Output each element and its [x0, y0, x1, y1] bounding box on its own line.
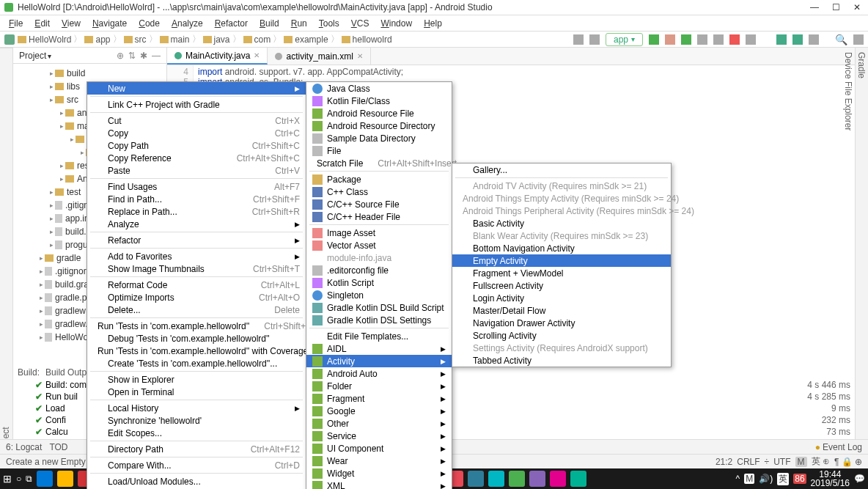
- crumb-app[interactable]: app: [95, 34, 110, 45]
- running7-icon[interactable]: [550, 471, 566, 487]
- tray-up-icon[interactable]: ^: [736, 474, 740, 484]
- menu-item[interactable]: Singleton: [306, 289, 452, 301]
- explorer-icon[interactable]: [57, 471, 73, 487]
- taskview-icon[interactable]: ⧉: [26, 474, 32, 484]
- running6-icon[interactable]: [529, 471, 545, 487]
- crumb-HelloWolrd[interactable]: HelloWolrd: [29, 34, 71, 45]
- menu-item[interactable]: Kotlin File/Class: [306, 95, 452, 107]
- running3-icon[interactable]: [468, 471, 484, 487]
- menu-edit[interactable]: Edit: [30, 17, 54, 30]
- menu-item[interactable]: Google▶: [306, 405, 452, 417]
- menu-item[interactable]: Scratch FileCtrl+Alt+Shift+Insert: [306, 157, 452, 169]
- profile-button[interactable]: [697, 34, 707, 45]
- menu-item[interactable]: Optimize ImportsCtrl+Alt+O: [87, 291, 306, 304]
- menu-item[interactable]: Copy ReferenceCtrl+Alt+Shift+C: [87, 152, 306, 164]
- menu-item[interactable]: Reformat CodeCtrl+Alt+L: [87, 279, 306, 291]
- menu-code[interactable]: Code: [134, 17, 164, 30]
- menu-tools[interactable]: Tools: [315, 17, 344, 30]
- menu-refactor[interactable]: Refactor: [210, 17, 252, 30]
- close-tab-icon[interactable]: ✕: [357, 52, 363, 60]
- menu-item[interactable]: Copy PathCtrl+Shift+C: [87, 139, 306, 152]
- notif-icon[interactable]: 💬: [854, 474, 865, 484]
- crumb-hellowolrd[interactable]: hellowolrd: [353, 34, 392, 45]
- menu-build[interactable]: Build: [255, 17, 284, 30]
- menu-item[interactable]: C++ Class: [306, 185, 452, 198]
- menu-item[interactable]: Show in Explorer: [87, 373, 306, 386]
- menu-item[interactable]: Package: [306, 173, 452, 185]
- menu-analyze[interactable]: Analyze: [167, 17, 207, 30]
- clock[interactable]: 19:44 2019/5/16: [811, 470, 850, 488]
- project-dropdown[interactable]: Project: [19, 51, 51, 61]
- menu-item[interactable]: Open in Terminal: [87, 386, 306, 398]
- todo-tab[interactable]: TOD: [49, 442, 67, 452]
- menu-item[interactable]: Local History▶: [87, 402, 306, 414]
- menu-file[interactable]: File: [4, 17, 27, 30]
- menu-item[interactable]: Compare With...Ctrl+D: [87, 459, 306, 471]
- menu-item[interactable]: Delete...Delete: [87, 304, 306, 316]
- menu-item[interactable]: Other▶: [306, 417, 452, 430]
- menu-item[interactable]: Login Activity: [452, 292, 671, 304]
- tree-item[interactable]: ▸build: [13, 67, 166, 80]
- avd-manager-icon[interactable]: [776, 34, 787, 45]
- menu-item[interactable]: New▶: [87, 82, 306, 95]
- menu-navigate[interactable]: Navigate: [88, 17, 131, 30]
- menu-item[interactable]: Show Image ThumbnailsCtrl+Shift+T: [87, 262, 306, 275]
- encoding[interactable]: UTF: [773, 457, 790, 467]
- running5-icon[interactable]: [509, 471, 525, 487]
- crumb-com[interactable]: com: [254, 34, 271, 45]
- menu-item[interactable]: Fragment + ViewModel: [452, 267, 671, 279]
- crumb-java[interactable]: java: [214, 34, 230, 45]
- layout-icon[interactable]: [853, 34, 864, 45]
- menu-item[interactable]: Folder▶: [306, 380, 452, 392]
- menu-item[interactable]: Fullscreen Activity: [452, 279, 671, 292]
- menu-item[interactable]: Replace in Path...Ctrl+Shift+R: [87, 205, 306, 218]
- debug-button[interactable]: [681, 34, 691, 45]
- run-config-selector[interactable]: app: [606, 33, 643, 46]
- vol-icon[interactable]: 🔊): [759, 474, 773, 484]
- menu-item[interactable]: Image Asset: [306, 227, 452, 239]
- target-icon[interactable]: ⊕: [117, 51, 124, 61]
- menu-item[interactable]: .editorconfig file: [306, 264, 452, 276]
- avd-icon[interactable]: [589, 34, 600, 45]
- apply-changes-button[interactable]: [665, 34, 675, 45]
- menu-item[interactable]: Service▶: [306, 430, 452, 442]
- menu-item[interactable]: Bottom Navigation Activity: [452, 242, 671, 254]
- collapse-icon[interactable]: —: [152, 51, 161, 61]
- menu-item[interactable]: Kotlin Script: [306, 276, 452, 289]
- structure-icon[interactable]: [809, 34, 819, 45]
- menu-item[interactable]: Find UsagesAlt+F7: [87, 180, 306, 193]
- menu-item[interactable]: Debug 'Tests in 'com.example.hellowolrd'…: [87, 332, 306, 345]
- menu-item[interactable]: Tabbed Activity: [452, 354, 671, 367]
- sidebar-gradle[interactable]: Gradle: [855, 48, 868, 468]
- menu-vcs[interactable]: VCS: [347, 17, 374, 30]
- menu-item[interactable]: Scrolling Activity: [452, 329, 671, 342]
- menu-item[interactable]: Create 'Tests in 'com.example.hellowolrd…: [87, 357, 306, 369]
- ime1-badge[interactable]: M: [744, 474, 754, 484]
- crumb-example[interactable]: example: [295, 34, 328, 45]
- menu-item[interactable]: PasteCtrl+V: [87, 164, 306, 177]
- close-tab-icon[interactable]: ✕: [254, 51, 260, 59]
- start-button[interactable]: ⊞: [3, 473, 12, 485]
- menu-item[interactable]: Gradle Kotlin DSL Settings: [306, 314, 452, 326]
- ime2-badge[interactable]: 英: [777, 473, 789, 485]
- search-icon[interactable]: 🔍: [835, 34, 847, 45]
- menu-item[interactable]: Master/Detail Flow: [452, 304, 671, 317]
- ime3-badge[interactable]: 86: [793, 474, 806, 484]
- menu-item[interactable]: Analyze▶: [87, 218, 306, 230]
- line-sep[interactable]: CRLF: [737, 457, 760, 467]
- attach-button[interactable]: [713, 34, 724, 45]
- menu-item[interactable]: Refactor▶: [87, 234, 306, 246]
- menu-item[interactable]: Java Class: [306, 82, 452, 95]
- cortana-icon[interactable]: ○: [16, 474, 21, 484]
- menu-item[interactable]: Link C++ Project with Gradle: [87, 98, 306, 111]
- menu-item[interactable]: Basic Activity: [452, 217, 671, 229]
- menu-window[interactable]: Window: [376, 17, 416, 30]
- menu-item[interactable]: Add to Favorites▶: [87, 250, 306, 262]
- menu-item[interactable]: Widget▶: [306, 467, 452, 479]
- stop-button[interactable]: [729, 34, 740, 45]
- menu-item[interactable]: AIDL▶: [306, 342, 452, 355]
- menu-item[interactable]: CopyCtrl+C: [87, 127, 306, 139]
- menu-item[interactable]: Edit File Templates...: [306, 330, 452, 342]
- crumb-main[interactable]: main: [171, 34, 190, 45]
- sidebar-1-project[interactable]: 1: Project: [0, 48, 12, 468]
